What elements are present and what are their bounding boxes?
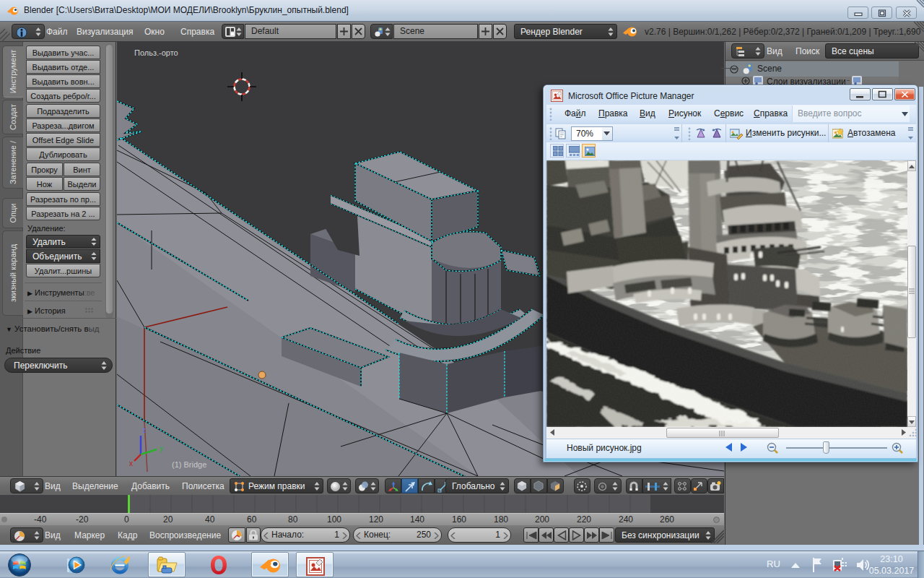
svg-text:y: y xyxy=(160,444,163,452)
svg-text:(1) Bridge: (1) Bridge xyxy=(172,460,206,469)
svg-text:z: z xyxy=(142,426,146,434)
svg-text:Польз.-орто: Польз.-орто xyxy=(134,48,178,57)
svg-text:x: x xyxy=(129,460,133,467)
